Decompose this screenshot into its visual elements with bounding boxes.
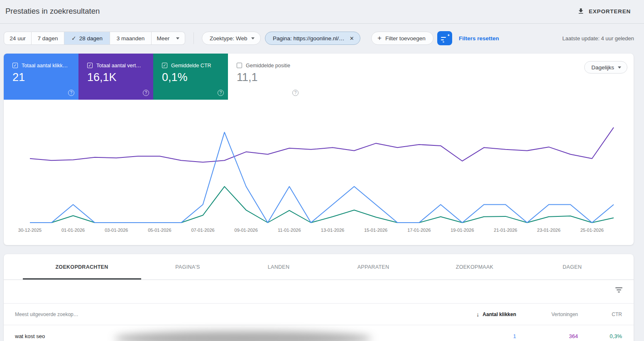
add-filter-button[interactable]: + Filter toevoegen: [371, 32, 433, 45]
export-label: EXPORTEREN: [589, 8, 631, 15]
column-header-clicks[interactable]: ↓ Aantal klikken: [476, 304, 516, 325]
filter-bar: [618, 292, 620, 292]
x-axis-tick: 17-01-2026: [407, 228, 431, 233]
range-label: 3 maanden: [117, 35, 145, 42]
metric-value: 11,1: [237, 71, 258, 84]
x-axis-tick: 25-01-2026: [580, 228, 604, 233]
range-label: 7 dagen: [38, 35, 58, 42]
checkbox-unchecked-icon[interactable]: [237, 63, 242, 68]
help-icon[interactable]: ?: [292, 90, 299, 96]
check-icon: ✓: [163, 63, 166, 68]
metric-value: 21: [12, 71, 25, 84]
metric-card-impressions[interactable]: ✓ Totaal aantal vert… 16,1K ?: [78, 54, 153, 100]
sort-descending-icon: ↓: [476, 311, 479, 318]
chart-line: [30, 128, 614, 162]
range-28-dagen[interactable]: ✓ 28 dagen: [64, 32, 110, 45]
metric-label: Gemiddelde positie: [246, 63, 290, 69]
help-icon[interactable]: ?: [218, 90, 224, 96]
dimension-tabs: ZOEKOPDRACHTEN PAGINA'S LANDEN APPARATEN…: [4, 254, 634, 280]
range-3-maanden[interactable]: 3 maanden: [110, 32, 152, 45]
sparkle-icon: ✦: [447, 33, 450, 37]
reset-filters-link[interactable]: Filters resetten: [459, 32, 499, 45]
check-icon: ✓: [88, 63, 91, 68]
x-axis-tick: 30-12-2025: [18, 228, 42, 233]
metric-label: Totaal aantal klikk…: [22, 63, 68, 69]
divider: [4, 303, 634, 304]
range-meer[interactable]: Meer: [152, 32, 185, 45]
x-axis-tick: 23-01-2026: [537, 228, 561, 233]
x-axis-tick: 03-01-2026: [105, 228, 128, 233]
range-24-uur[interactable]: 24 uur: [4, 32, 32, 45]
column-label: Aantal klikken: [482, 312, 516, 317]
filter-bar: [617, 289, 621, 290]
tab-zoekopdrachten[interactable]: ZOEKOPDRACHTEN: [55, 254, 108, 280]
chart-line: [30, 132, 614, 223]
x-axis-tick: 13-01-2026: [321, 228, 344, 233]
date-range-segmented-control: 24 uur 7 dagen ✓ 28 dagen 3 maanden Meer: [4, 32, 185, 45]
filter-bar-icon: [441, 37, 446, 38]
filter-bar-icon: [443, 42, 444, 42]
checkbox-checked-icon[interactable]: ✓: [87, 63, 93, 68]
performance-panel: ✓ Totaal aantal klikk… 21 ? ✓ Totaal aan…: [4, 54, 634, 245]
question-glyph: ?: [294, 91, 297, 95]
question-glyph: ?: [70, 91, 73, 95]
metric-value: 0,1%: [162, 71, 188, 84]
chevron-down-icon: [618, 66, 621, 69]
plus-icon: +: [377, 34, 382, 42]
metric-card-clicks[interactable]: ✓ Totaal aantal klikk… 21 ?: [4, 54, 78, 100]
x-axis-tick: 15-01-2026: [364, 228, 387, 233]
range-label: 24 uur: [10, 35, 25, 42]
checkbox-checked-icon[interactable]: ✓: [162, 63, 167, 68]
page-filter-chip[interactable]: Pagina: https://goonline.nl/… ✕: [265, 32, 360, 45]
page-title: Prestaties in zoekresultaten: [5, 7, 100, 16]
metric-card-position[interactable]: Gemiddelde positie 11,1 ?: [228, 54, 303, 100]
metric-value: 16,1K: [87, 71, 117, 84]
column-header-impressions[interactable]: Vertoningen: [551, 304, 578, 325]
x-axis-tick: 09-01-2026: [235, 228, 258, 233]
table-row-impressions: 364: [569, 325, 578, 341]
table-row-ctr: 0,3%: [610, 325, 622, 341]
x-axis-tick: 11-01-2026: [278, 228, 301, 233]
column-header-query[interactable]: Meest uitgevoerde zoekop…: [15, 304, 78, 325]
dimensions-table-panel: ZOEKOPDRACHTEN PAGINA'S LANDEN APPARATEN…: [4, 254, 634, 341]
table-filter-icon[interactable]: [615, 287, 622, 292]
range-label: Meer: [157, 35, 170, 42]
download-icon: [577, 7, 585, 15]
checkbox-checked-icon[interactable]: ✓: [12, 63, 18, 68]
x-axis-tick: 05-01-2026: [148, 228, 171, 233]
search-type-dropdown[interactable]: Zoektype: Web: [202, 32, 261, 45]
x-axis-tick: 21-01-2026: [494, 228, 517, 233]
close-icon[interactable]: ✕: [350, 35, 354, 42]
active-tab-underline: [23, 278, 141, 280]
add-filter-label: Filter toevoegen: [385, 35, 426, 42]
tab-paginas[interactable]: PAGINA'S: [175, 254, 200, 280]
divider: [4, 325, 634, 325]
tab-dagen[interactable]: DAGEN: [563, 254, 582, 280]
x-axis-tick: 01-01-2026: [61, 228, 85, 233]
help-icon[interactable]: ?: [68, 90, 74, 96]
question-glyph: ?: [220, 91, 222, 95]
tab-zoekopmaak[interactable]: ZOEKOPMAAK: [456, 254, 494, 280]
question-glyph: ?: [145, 91, 147, 95]
column-header-ctr[interactable]: CTR: [612, 304, 622, 325]
filter-separator: [193, 32, 194, 44]
range-7-dagen[interactable]: 7 dagen: [32, 32, 64, 45]
table-row-query[interactable]: wat kost seo: [15, 325, 45, 341]
ai-filter-button[interactable]: ✦: [437, 31, 452, 45]
table-row-clicks: 1: [513, 325, 516, 341]
chart-line: [30, 186, 614, 223]
granularity-dropdown[interactable]: Dagelijks: [584, 61, 627, 74]
tab-apparaten[interactable]: APPARATEN: [358, 254, 389, 280]
tab-landen[interactable]: LANDEN: [268, 254, 290, 280]
filter-bar: [615, 287, 622, 288]
help-icon[interactable]: ?: [143, 90, 149, 96]
export-button[interactable]: EXPORTEREN: [577, 7, 631, 15]
granularity-label: Dagelijks: [591, 64, 614, 71]
performance-chart: 30-12-202501-01-202603-01-202605-01-2026…: [4, 120, 634, 240]
header-divider: [0, 23, 644, 24]
search-type-label: Zoektype: Web: [210, 35, 247, 42]
check-icon: ✓: [13, 63, 17, 68]
chevron-down-icon: [176, 37, 179, 39]
page-filter-label: Pagina: https://goonline.nl/…: [273, 35, 345, 42]
metric-card-ctr[interactable]: ✓ Gemiddelde CTR 0,1% ?: [153, 54, 228, 100]
